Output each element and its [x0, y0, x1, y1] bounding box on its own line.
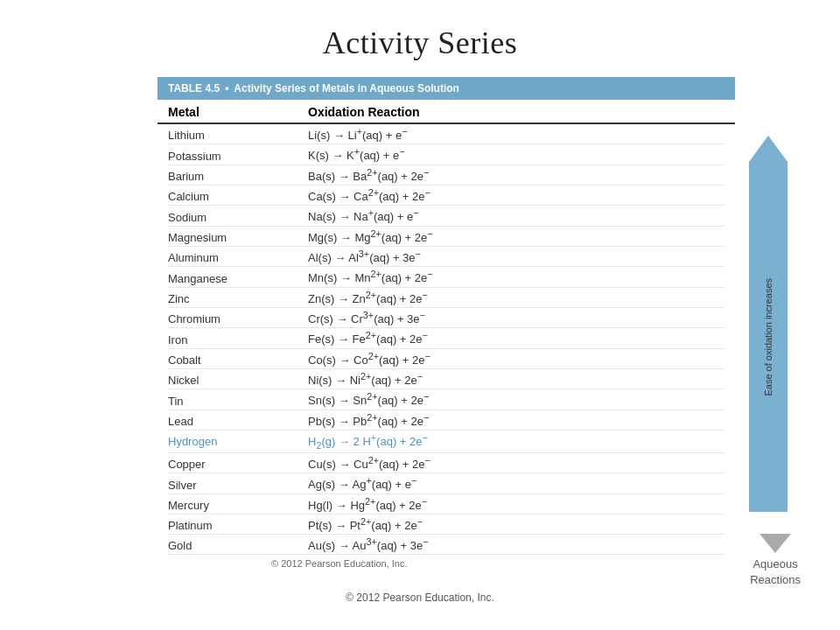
cell-reaction: Cu(s) → Cu2+(aq) + 2e− [308, 455, 724, 471]
table-row: Sodium Na(s) → Na+(aq) + e− [168, 206, 724, 226]
table-row: Zinc Zn(s) → Zn2+(aq) + 2e− [168, 288, 724, 308]
table-copyright: © 2012 Pearson Education, Inc. [271, 558, 735, 569]
oxidation-arrow: Ease of oxidation increases [749, 136, 788, 512]
cell-metal: Sodium [168, 211, 308, 224]
table-row: Gold Au(s) → Au3+(aq) + 3e− [168, 535, 724, 555]
cell-metal: Copper [168, 458, 308, 471]
cell-metal: Cobalt [168, 354, 308, 367]
cell-metal: Gold [168, 539, 308, 552]
table-row: Manganese Mn(s) → Mn2+(aq) + 2e− [168, 267, 724, 287]
table-row: Potassium K(s) → K+(aq) + e− [168, 144, 724, 164]
cell-reaction: Ni(s) → Ni2+(aq) + 2e− [308, 371, 724, 387]
activity-series-table: TABLE 4.5 • Activity Series of Metals in… [158, 77, 735, 569]
table-prefix: TABLE 4.5 [168, 82, 220, 94]
aqueous-triangle-icon [760, 534, 791, 553]
table-header: TABLE 4.5 • Activity Series of Metals in… [158, 77, 735, 100]
cell-reaction: Co(s) → Co2+(aq) + 2e− [308, 351, 724, 367]
cell-reaction: Al(s) → Al3+(aq) + 3e− [308, 248, 724, 264]
table-row: Copper Cu(s) → Cu2+(aq) + 2e− [168, 453, 724, 473]
col-header-reaction: Oxidation Reaction [308, 105, 724, 119]
footer-copyright: © 2012 Pearson Education, Inc. [346, 592, 494, 604]
table-row: Barium Ba(s) → Ba2+(aq) + 2e− [168, 165, 724, 186]
cell-reaction: Ba(s) → Ba2+(aq) + 2e− [308, 167, 724, 183]
cell-metal: Lead [168, 415, 308, 428]
cell-metal: Barium [168, 170, 308, 183]
cell-metal: Nickel [168, 374, 308, 387]
cell-reaction: K(s) → K+(aq) + e− [308, 146, 724, 162]
aqueous-reactions-label: AqueousReactions [750, 534, 801, 588]
cell-metal: Hydrogen [168, 435, 308, 448]
cell-metal: Mercury [168, 499, 308, 512]
arrow-label: Ease of oxidation increases [763, 278, 774, 396]
cell-metal: Iron [168, 333, 308, 346]
table-row: Iron Fe(s) → Fe2+(aq) + 2e− [168, 328, 724, 348]
table-dot: • [225, 82, 228, 94]
table-row: Tin Sn(s) → Sn2+(aq) + 2e− [168, 389, 724, 410]
cell-metal: Potassium [168, 150, 308, 163]
cell-metal: Platinum [168, 519, 308, 532]
arrow-shaft: Ease of oxidation increases [749, 162, 788, 512]
page-title: Activity Series [323, 24, 517, 61]
cell-reaction: Ca(s) → Ca2+(aq) + 2e− [308, 187, 724, 203]
table-row: Lead Pb(s) → Pb2+(aq) + 2e− [168, 410, 724, 430]
table-title: Activity Series of Metals in Aqueous Sol… [234, 82, 459, 94]
cell-metal: Calcium [168, 190, 308, 203]
cell-reaction: Fe(s) → Fe2+(aq) + 2e− [308, 330, 724, 346]
cell-metal: Lithium [168, 129, 308, 142]
cell-reaction: Li(s) → Li+(aq) + e− [308, 126, 724, 142]
arrow-head-up [749, 136, 788, 162]
cell-reaction: Zn(s) → Zn2+(aq) + 2e− [308, 290, 724, 305]
cell-reaction: Ag(s) → Ag+(aq) + e− [308, 475, 724, 491]
cell-reaction: Mn(s) → Mn2+(aq) + 2e− [308, 269, 724, 284]
cell-reaction: H2(g) → 2 H+(aq) + 2e− [308, 432, 724, 451]
cell-metal: Magnesium [168, 231, 308, 244]
cell-reaction: Pb(s) → Pb2+(aq) + 2e− [308, 412, 724, 428]
cell-metal: Manganese [168, 272, 308, 285]
table-row: Chromium Cr(s) → Cr3+(aq) + 3e− [168, 308, 724, 328]
table-row: Cobalt Co(s) → Co2+(aq) + 2e− [168, 349, 724, 369]
cell-metal: Silver [168, 479, 308, 492]
table-body: Lithium Li(s) → Li+(aq) + e− Potassium K… [158, 124, 735, 555]
table-row: Mercury Hg(l) → Hg2+(aq) + 2e− [168, 494, 724, 514]
cell-reaction: Mg(s) → Mg2+(aq) + 2e− [308, 228, 724, 244]
cell-reaction: Cr(s) → Cr3+(aq) + 3e− [308, 310, 724, 326]
cell-metal: Tin [168, 395, 308, 408]
table-row: Aluminum Al(s) → Al3+(aq) + 3e− [168, 247, 724, 267]
aqueous-text: AqueousReactions [750, 557, 801, 586]
table-row: Calcium Ca(s) → Ca2+(aq) + 2e− [168, 186, 724, 206]
table-row: Nickel Ni(s) → Ni2+(aq) + 2e− [168, 369, 724, 389]
cell-reaction: Pt(s) → Pt2+(aq) + 2e− [308, 516, 724, 532]
column-headers: Metal Oxidation Reaction [158, 100, 735, 124]
col-header-metal: Metal [168, 105, 308, 119]
table-row: Magnesium Mg(s) → Mg2+(aq) + 2e− [168, 227, 724, 247]
cell-reaction: Na(s) → Na+(aq) + e− [308, 207, 724, 223]
cell-metal: Chromium [168, 312, 308, 326]
table-row: Silver Ag(s) → Ag+(aq) + e− [168, 473, 724, 494]
cell-reaction: Hg(l) → Hg2+(aq) + 2e− [308, 496, 724, 512]
cell-reaction: Au(s) → Au3+(aq) + 3e− [308, 536, 724, 552]
cell-metal: Aluminum [168, 251, 308, 264]
cell-metal: Zinc [168, 292, 308, 305]
table-row: Platinum Pt(s) → Pt2+(aq) + 2e− [168, 514, 724, 535]
table-row: Lithium Li(s) → Li+(aq) + e− [168, 124, 724, 144]
table-row: Hydrogen H2(g) → 2 H+(aq) + 2e− [168, 430, 724, 453]
cell-reaction: Sn(s) → Sn2+(aq) + 2e− [308, 391, 724, 407]
